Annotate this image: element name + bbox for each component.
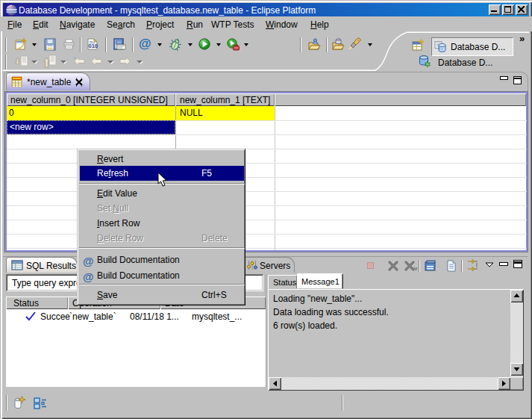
- svg-text:010: 010: [89, 43, 98, 49]
